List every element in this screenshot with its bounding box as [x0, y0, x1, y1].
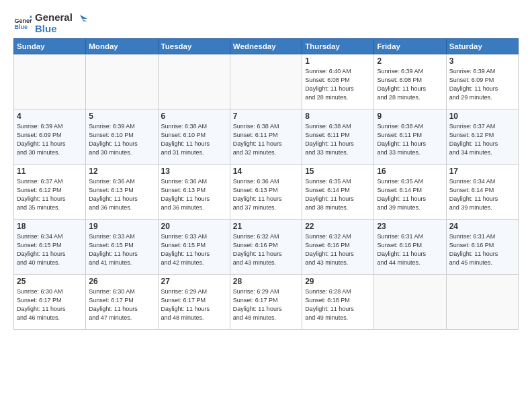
day-number: 4 — [17, 111, 83, 121]
day-number: 6 — [161, 111, 227, 121]
day-number: 1 — [305, 56, 371, 66]
day-number: 20 — [161, 222, 227, 231]
day-number: 2 — [377, 56, 443, 66]
day-cell: 24Sunrise: 6:31 AMSunset: 6:16 PMDayligh… — [446, 220, 518, 275]
day-detail: Sunrise: 6:33 AMSunset: 6:15 PMDaylight:… — [161, 232, 227, 267]
svg-marker-5 — [82, 19, 87, 21]
day-detail: Sunrise: 6:33 AMSunset: 6:15 PMDaylight:… — [89, 232, 154, 267]
day-number: 23 — [377, 222, 443, 231]
day-detail: Sunrise: 6:29 AMSunset: 6:17 PMDaylight:… — [233, 287, 299, 322]
day-cell: 21Sunrise: 6:32 AMSunset: 6:16 PMDayligh… — [230, 220, 302, 275]
day-number: 16 — [377, 167, 443, 176]
svg-marker-2 — [30, 15, 32, 17]
day-number: 14 — [233, 167, 299, 176]
day-cell: 27Sunrise: 6:29 AMSunset: 6:17 PMDayligh… — [158, 275, 230, 330]
page: General Blue General Blue SundayMondayTu… — [0, 0, 532, 336]
day-cell: 6Sunrise: 6:38 AMSunset: 6:10 PMDaylight… — [158, 109, 230, 165]
day-detail: Sunrise: 6:35 AMSunset: 6:14 PMDaylight:… — [377, 177, 443, 212]
day-cell: 29Sunrise: 6:28 AMSunset: 6:18 PMDayligh… — [302, 275, 374, 330]
day-detail: Sunrise: 6:35 AMSunset: 6:14 PMDaylight:… — [305, 177, 371, 212]
day-cell: 17Sunrise: 6:34 AMSunset: 6:14 PMDayligh… — [446, 165, 518, 220]
day-detail: Sunrise: 6:28 AMSunset: 6:18 PMDaylight:… — [305, 287, 371, 322]
day-cell — [158, 54, 230, 109]
day-number: 21 — [233, 222, 299, 231]
day-detail: Sunrise: 6:40 AMSunset: 6:08 PMDaylight:… — [305, 67, 371, 102]
col-header-thursday: Thursday — [302, 39, 374, 54]
col-header-monday: Monday — [86, 39, 158, 54]
day-cell: 4Sunrise: 6:39 AMSunset: 6:09 PMDaylight… — [14, 109, 86, 165]
day-number: 8 — [305, 111, 371, 121]
day-number: 26 — [89, 277, 154, 286]
logo-general: General — [35, 12, 73, 24]
day-cell: 28Sunrise: 6:29 AMSunset: 6:17 PMDayligh… — [230, 275, 302, 330]
day-cell: 23Sunrise: 6:31 AMSunset: 6:16 PMDayligh… — [374, 220, 446, 275]
logo-bird-icon — [73, 13, 87, 28]
day-cell: 19Sunrise: 6:33 AMSunset: 6:15 PMDayligh… — [86, 220, 158, 275]
day-cell: 9Sunrise: 6:38 AMSunset: 6:11 PMDaylight… — [374, 109, 446, 165]
day-cell: 22Sunrise: 6:32 AMSunset: 6:16 PMDayligh… — [302, 220, 374, 275]
day-cell: 10Sunrise: 6:37 AMSunset: 6:12 PMDayligh… — [446, 109, 518, 165]
day-cell: 20Sunrise: 6:33 AMSunset: 6:15 PMDayligh… — [158, 220, 230, 275]
day-cell: 11Sunrise: 6:37 AMSunset: 6:12 PMDayligh… — [14, 165, 86, 220]
day-detail: Sunrise: 6:37 AMSunset: 6:12 PMDaylight:… — [17, 177, 83, 212]
day-number: 19 — [89, 222, 154, 231]
day-detail: Sunrise: 6:36 AMSunset: 6:13 PMDaylight:… — [233, 177, 299, 212]
day-number: 24 — [449, 222, 515, 231]
week-row-1: 1Sunrise: 6:40 AMSunset: 6:08 PMDaylight… — [14, 54, 519, 109]
day-detail: Sunrise: 6:36 AMSunset: 6:13 PMDaylight:… — [161, 177, 227, 212]
day-detail: Sunrise: 6:30 AMSunset: 6:17 PMDaylight:… — [89, 287, 154, 322]
day-number: 25 — [17, 277, 83, 286]
day-detail: Sunrise: 6:30 AMSunset: 6:17 PMDaylight:… — [17, 287, 83, 322]
day-cell: 14Sunrise: 6:36 AMSunset: 6:13 PMDayligh… — [230, 165, 302, 220]
day-cell: 5Sunrise: 6:39 AMSunset: 6:10 PMDaylight… — [86, 109, 158, 165]
day-number: 28 — [233, 277, 299, 286]
day-detail: Sunrise: 6:38 AMSunset: 6:10 PMDaylight:… — [161, 122, 227, 157]
day-detail: Sunrise: 6:38 AMSunset: 6:11 PMDaylight:… — [377, 122, 443, 157]
day-cell: 2Sunrise: 6:39 AMSunset: 6:08 PMDaylight… — [374, 54, 446, 109]
logo-blue: Blue — [35, 24, 73, 35]
day-detail: Sunrise: 6:38 AMSunset: 6:11 PMDaylight:… — [233, 122, 299, 157]
day-number: 27 — [161, 277, 227, 286]
day-number: 18 — [17, 222, 83, 231]
day-detail: Sunrise: 6:39 AMSunset: 6:10 PMDaylight:… — [89, 122, 154, 157]
day-cell — [374, 275, 446, 330]
svg-marker-4 — [80, 15, 87, 19]
day-cell — [230, 54, 302, 109]
day-number: 17 — [449, 167, 515, 176]
week-row-2: 4Sunrise: 6:39 AMSunset: 6:09 PMDaylight… — [14, 109, 519, 165]
day-number: 12 — [89, 167, 154, 176]
day-cell: 16Sunrise: 6:35 AMSunset: 6:14 PMDayligh… — [374, 165, 446, 220]
week-row-4: 18Sunrise: 6:34 AMSunset: 6:15 PMDayligh… — [14, 220, 519, 275]
day-number: 15 — [305, 167, 371, 176]
day-detail: Sunrise: 6:39 AMSunset: 6:09 PMDaylight:… — [449, 67, 515, 102]
svg-text:General: General — [14, 17, 32, 24]
col-header-saturday: Saturday — [446, 39, 518, 54]
col-header-tuesday: Tuesday — [158, 39, 230, 54]
day-cell: 15Sunrise: 6:35 AMSunset: 6:14 PMDayligh… — [302, 165, 374, 220]
day-detail: Sunrise: 6:32 AMSunset: 6:16 PMDaylight:… — [305, 232, 371, 267]
day-cell: 25Sunrise: 6:30 AMSunset: 6:17 PMDayligh… — [14, 275, 86, 330]
day-detail: Sunrise: 6:34 AMSunset: 6:15 PMDaylight:… — [17, 232, 83, 267]
col-header-friday: Friday — [374, 39, 446, 54]
header: General Blue General Blue — [13, 12, 519, 34]
day-detail: Sunrise: 6:31 AMSunset: 6:16 PMDaylight:… — [449, 232, 515, 267]
logo-icon: General Blue — [13, 14, 32, 33]
day-cell — [14, 54, 86, 109]
day-cell: 13Sunrise: 6:36 AMSunset: 6:13 PMDayligh… — [158, 165, 230, 220]
day-cell — [446, 275, 518, 330]
col-header-wednesday: Wednesday — [230, 39, 302, 54]
day-number: 29 — [305, 277, 371, 286]
day-cell: 3Sunrise: 6:39 AMSunset: 6:09 PMDaylight… — [446, 54, 518, 109]
day-cell: 18Sunrise: 6:34 AMSunset: 6:15 PMDayligh… — [14, 220, 86, 275]
day-detail: Sunrise: 6:36 AMSunset: 6:13 PMDaylight:… — [89, 177, 154, 212]
day-number: 9 — [377, 111, 443, 121]
day-number: 11 — [17, 167, 83, 176]
svg-text:Blue: Blue — [14, 24, 28, 30]
day-detail: Sunrise: 6:32 AMSunset: 6:16 PMDaylight:… — [233, 232, 299, 267]
week-row-5: 25Sunrise: 6:30 AMSunset: 6:17 PMDayligh… — [14, 275, 519, 330]
day-cell: 12Sunrise: 6:36 AMSunset: 6:13 PMDayligh… — [86, 165, 158, 220]
calendar-header-row: SundayMondayTuesdayWednesdayThursdayFrid… — [14, 39, 519, 54]
day-detail: Sunrise: 6:38 AMSunset: 6:11 PMDaylight:… — [305, 122, 371, 157]
day-detail: Sunrise: 6:39 AMSunset: 6:09 PMDaylight:… — [17, 122, 83, 157]
logo: General Blue General Blue — [13, 12, 87, 34]
